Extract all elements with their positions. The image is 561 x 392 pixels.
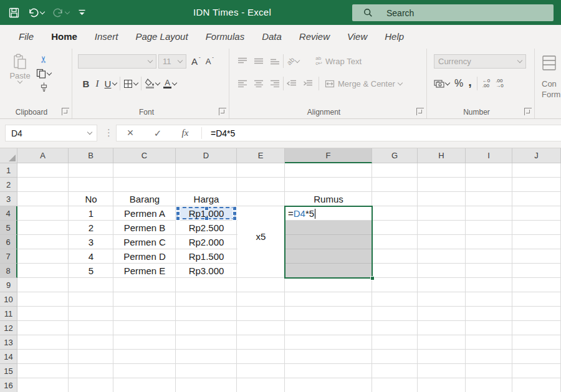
tab-home[interactable]: Home [42,25,86,49]
save-button[interactable] [9,7,19,18]
tab-insert[interactable]: Insert [86,25,127,49]
grow-font-button[interactable]: Aˆ [191,56,201,67]
cell-D5[interactable]: Rp2.500 [176,221,237,235]
cell-D8[interactable]: Rp3.000 [176,264,237,278]
row-header-3[interactable]: 3 [0,192,17,206]
accounting-format-button[interactable] [434,79,449,88]
cell-C8[interactable]: Permen E [113,264,176,278]
orientation-button[interactable]: ab [287,57,299,65]
column-header-E[interactable]: E [237,148,285,163]
column-header-I[interactable]: I [466,148,512,163]
row-header-2[interactable]: 2 [0,178,17,192]
cell-D4[interactable]: Rp1.000 [176,206,237,221]
row-header-7[interactable]: 7 [0,249,17,264]
cell-C7[interactable]: Permen D [113,249,176,264]
cut-button[interactable]: ✂ [36,54,51,65]
row-header-14[interactable]: 14 [0,350,17,364]
copy-button[interactable] [36,69,51,79]
borders-button[interactable] [123,79,138,88]
borders-dropdown-icon[interactable] [133,80,138,85]
cell-F4-editing[interactable]: =D4*5 [286,207,371,220]
merge-center-button[interactable]: Merge & Center [325,79,402,88]
alignment-dialog-launcher-icon[interactable] [416,108,424,115]
row-header-6[interactable]: 6 [0,235,17,249]
cell-B4[interactable]: 1 [69,206,113,221]
align-center-button[interactable] [254,80,264,87]
number-dialog-launcher-icon[interactable] [524,108,532,115]
formula-input[interactable]: =D4*5 [204,128,235,138]
redo-button[interactable] [53,8,69,17]
decrease-decimal-button[interactable]: .00→0 [496,79,503,88]
cell-D3[interactable]: Harga [176,192,237,206]
align-bottom-button[interactable] [270,57,280,65]
column-header-G[interactable]: G [372,148,418,163]
customize-qat-button[interactable] [78,9,86,16]
font-color-dropdown-icon[interactable] [172,80,177,85]
conditional-formatting-button[interactable]: Con Form [542,55,560,100]
cell-C6[interactable]: Permen C [113,235,176,249]
row-header-13[interactable]: 13 [0,335,17,350]
column-header-B[interactable]: B [69,148,113,163]
name-box-dropdown-icon[interactable] [87,130,92,135]
cell-F3[interactable]: Rumus [285,192,372,206]
cell-E4:E8[interactable]: x5 [237,207,284,277]
tab-file[interactable]: File [10,25,42,49]
tab-data[interactable]: Data [253,25,290,49]
accounting-dropdown-icon[interactable] [445,80,450,85]
formula-bar-resize-handle[interactable]: ⋮ [104,125,113,140]
column-header-J[interactable]: J [512,148,561,163]
merge-center-dropdown-icon[interactable] [398,80,403,85]
cell-D6[interactable]: Rp2.000 [176,235,237,249]
cell-C3[interactable]: Barang [113,192,176,206]
font-dialog-launcher-icon[interactable] [219,108,226,115]
font-name-combo[interactable] [78,54,156,69]
insert-function-button[interactable]: fx [171,128,199,138]
column-header-A[interactable]: A [17,148,69,163]
align-middle-button[interactable] [254,57,264,65]
align-top-button[interactable] [237,57,247,65]
italic-button[interactable]: I [92,79,103,89]
orientation-dropdown-icon[interactable] [295,57,300,62]
cell-D7[interactable]: Rp1.500 [176,249,237,264]
tab-review[interactable]: Review [290,25,338,49]
cancel-button[interactable]: × [117,127,144,140]
cell-C5[interactable]: Permen B [113,221,176,235]
cell-B5[interactable]: 2 [69,221,113,235]
row-header-9[interactable]: 9 [0,278,17,292]
align-left-button[interactable] [237,80,247,87]
cell-C4[interactable]: Permen A [113,206,176,221]
wrap-text-button[interactable]: abc↩ Wrap Text [315,56,362,66]
row-header-16[interactable]: 16 [0,378,17,392]
bold-button[interactable]: B [80,79,92,89]
cell-B7[interactable]: 4 [69,249,113,264]
shrink-font-button[interactable]: Aˇ [206,57,214,66]
number-format-combo[interactable]: Currency [434,54,526,69]
fill-handle[interactable] [370,276,375,280]
paste-button[interactable]: Paste [6,54,34,83]
select-all-corner[interactable] [0,148,17,163]
row-header-1[interactable]: 1 [0,163,17,178]
tab-page-layout[interactable]: Page Layout [127,25,196,49]
row-header-15[interactable]: 15 [0,364,17,378]
decrease-indent-button[interactable] [287,80,297,87]
name-box[interactable]: D4 [5,125,97,141]
clipboard-dialog-launcher-icon[interactable] [62,108,69,115]
redo-dropdown-icon[interactable] [65,9,70,14]
fill-color-button[interactable] [145,79,160,88]
search-box[interactable]: Search [352,4,554,21]
row-header-8[interactable]: 8 [0,264,17,278]
cell-B8[interactable]: 5 [69,264,113,278]
row-header-5[interactable]: 5 [0,221,17,235]
undo-dropdown-icon[interactable] [40,9,45,14]
row-header-12[interactable]: 12 [0,321,17,335]
column-header-C[interactable]: C [113,148,176,163]
tab-formulas[interactable]: Formulas [197,25,254,49]
row-header-11[interactable]: 11 [0,307,17,321]
increase-decimal-button[interactable]: ←0.00 [482,79,490,88]
format-painter-button[interactable] [36,82,51,92]
cell-B3[interactable]: No [69,192,113,206]
fill-color-dropdown-icon[interactable] [155,80,160,85]
underline-button[interactable]: U [103,79,113,89]
column-header-H[interactable]: H [418,148,466,163]
increase-indent-button[interactable] [303,80,313,87]
